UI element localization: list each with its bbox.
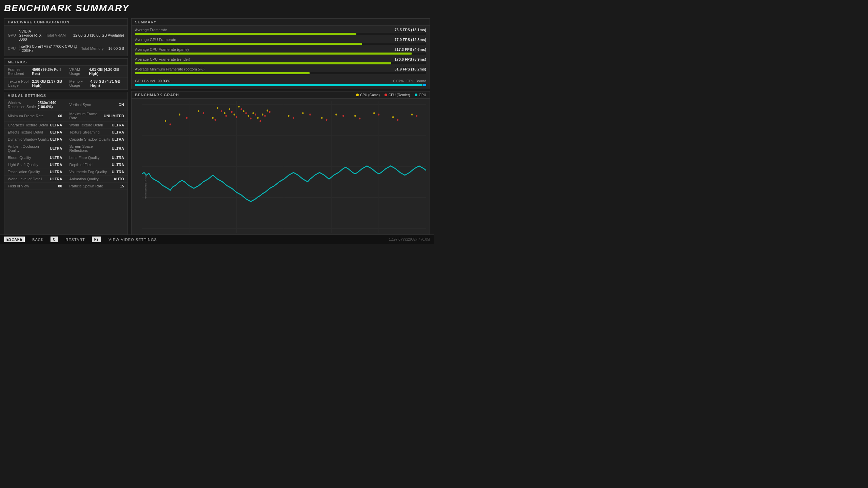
vs-name: Field of View: [8, 184, 29, 188]
vs-cell: Ambient Occlusion QualityULTRA: [4, 143, 66, 154]
svg-point-27: [212, 117, 214, 119]
vram-value: 12.00 GB (10.08 GB Available): [73, 33, 124, 37]
svg-point-58: [255, 114, 256, 116]
summary-row: Average Framerate 76.5 FPS (13.1ms): [135, 28, 426, 35]
vs-cell: Particle Spawn Rate15: [66, 183, 128, 190]
vs-cell: Effects Texture DetailULTRA: [4, 129, 66, 136]
vs-cell: Field of View80: [4, 183, 66, 190]
svg-point-29: [224, 112, 225, 114]
svg-point-60: [264, 115, 265, 117]
cpu-render-label: CPU (Render): [389, 93, 410, 97]
hardware-section: HARDWARE CONFIGURATION GPU NVIDIA GeForc…: [4, 18, 128, 56]
cpu-game-dot: [356, 94, 359, 96]
summary-label: Average Framerate: [135, 28, 167, 32]
vs-val: 60: [58, 114, 62, 118]
vs-cell: Tessellation QualityULTRA: [4, 168, 66, 176]
vs-name: Effects Texture Detail: [8, 130, 43, 134]
svg-point-49: [203, 112, 204, 114]
summary-row: Average CPU Framerate (render) 170.6 FPS…: [135, 57, 426, 64]
summary-label: Average CPU Framerate (render): [135, 57, 190, 61]
vs-name: World Texture Detail: [70, 123, 103, 127]
svg-point-28: [217, 107, 218, 109]
vs-cell: Volumetric Fog QualityULTRA: [66, 168, 128, 176]
svg-point-36: [257, 117, 258, 119]
svg-point-59: [259, 120, 261, 122]
summary-section: SUMMARY Average Framerate 76.5 FPS (13.1…: [131, 18, 430, 89]
vs-val: ULTRA: [50, 123, 62, 127]
graph-section: BENCHMARK GRAPH CPU (Game) CPU (Render) …: [131, 91, 430, 244]
summary-header: SUMMARY: [132, 19, 430, 26]
vs-name: Texture Streaming: [70, 130, 100, 134]
metric-val: 2.18 GB (2.37 GB High): [32, 79, 62, 87]
summary-value: 77.9 FPS (12.8ms): [394, 38, 426, 42]
svg-point-33: [243, 110, 244, 112]
svg-point-53: [231, 111, 233, 113]
summary-row: Average CPU Framerate (game) 217.3 FPS (…: [135, 47, 426, 55]
vs-name: Screen Space Reflections: [70, 144, 112, 152]
svg-point-43: [354, 115, 356, 117]
c-key: C: [51, 237, 58, 242]
vs-name: Ambient Occlusion Quality: [8, 144, 50, 152]
legend-cpu-game: CPU (Game): [356, 93, 380, 97]
svg-point-51: [221, 110, 222, 112]
svg-point-57: [250, 118, 252, 120]
bar-fill: [135, 33, 356, 35]
summary-row: Average Minimum Framerate (bottom 5%) 61…: [135, 67, 426, 74]
svg-point-44: [373, 112, 375, 114]
summary-value: 170.6 FPS (5.9ms): [394, 57, 426, 61]
graph-header: BENCHMARK GRAPH CPU (Game) CPU (Render) …: [132, 92, 430, 99]
vs-name: Depth of Field: [70, 163, 93, 167]
bound-section: GPU Bound 99.93% 0.07% CPU Bound: [132, 79, 430, 89]
bar-fill: [135, 72, 310, 74]
vs-val: UNLIMITED: [104, 114, 124, 118]
vs-val: 15: [120, 184, 124, 188]
svg-point-61: [269, 111, 270, 113]
vs-cell: Light Shaft QualityULTRA: [4, 161, 66, 168]
summary-content: Average Framerate 76.5 FPS (13.1ms) Aver…: [132, 26, 430, 79]
metric-name: Frames Rendered: [8, 67, 32, 76]
legend-gpu: GPU: [415, 93, 426, 97]
svg-point-34: [248, 115, 249, 117]
bound-bar: [135, 84, 426, 86]
vs-val: ULTRA: [112, 146, 124, 150]
vs-val: ULTRA: [112, 163, 124, 167]
svg-point-45: [392, 116, 394, 118]
legend-cpu-render: CPU (Render): [384, 93, 410, 97]
metric-name: VRAM Usage: [70, 67, 89, 76]
metric-val: 4.38 GB (4.71 GB High): [90, 79, 124, 87]
vs-val: 80: [58, 184, 62, 188]
cpu-game-label: CPU (Game): [360, 93, 380, 97]
hardware-header: HARDWARE CONFIGURATION: [4, 19, 127, 26]
vs-val: ULTRA: [50, 170, 62, 174]
svg-point-32: [238, 106, 240, 108]
vs-val: ULTRA: [112, 156, 124, 160]
gpu-bar: [135, 84, 422, 86]
bar-track: [135, 72, 426, 74]
gpu-bound-pct: 99.93%: [158, 79, 170, 83]
bar-fill: [135, 43, 362, 45]
cpu-render-dot: [384, 94, 387, 96]
memory-label: Total Memory: [81, 46, 108, 50]
vram-label: Total VRAM: [46, 33, 73, 37]
cpu-render-scatter: [170, 108, 417, 125]
restart-label: RESTART: [65, 238, 85, 242]
cpu-name: Intel(R) Core(TM) i7-7700K CPU @ 4.20GHz: [19, 44, 81, 53]
vs-name: Capsule Shadow Quality: [70, 137, 110, 141]
vs-val: ON: [119, 103, 124, 107]
vs-cell: Depth of FieldULTRA: [66, 161, 128, 168]
vs-name: Minimum Frame Rate: [8, 114, 44, 118]
vs-cell: World Texture DetailULTRA: [66, 122, 128, 129]
svg-point-31: [234, 114, 235, 116]
svg-point-35: [253, 112, 254, 114]
svg-point-65: [342, 115, 344, 117]
vs-val: ULTRA: [50, 163, 62, 167]
svg-point-41: [321, 117, 322, 119]
vs-cell: Capsule Shadow QualityULTRA: [66, 136, 128, 143]
svg-point-63: [309, 114, 311, 116]
bar-track: [135, 53, 426, 55]
vs-cell: Bloom QualityULTRA: [4, 154, 66, 161]
summary-row: Average GPU Framerate 77.9 FPS (12.8ms): [135, 38, 426, 45]
vs-cell: Maximum Frame RateUNLIMITED: [66, 110, 128, 122]
vs-name: Animation Quality: [70, 177, 99, 181]
summary-value: 217.3 FPS (4.6ms): [394, 47, 426, 52]
